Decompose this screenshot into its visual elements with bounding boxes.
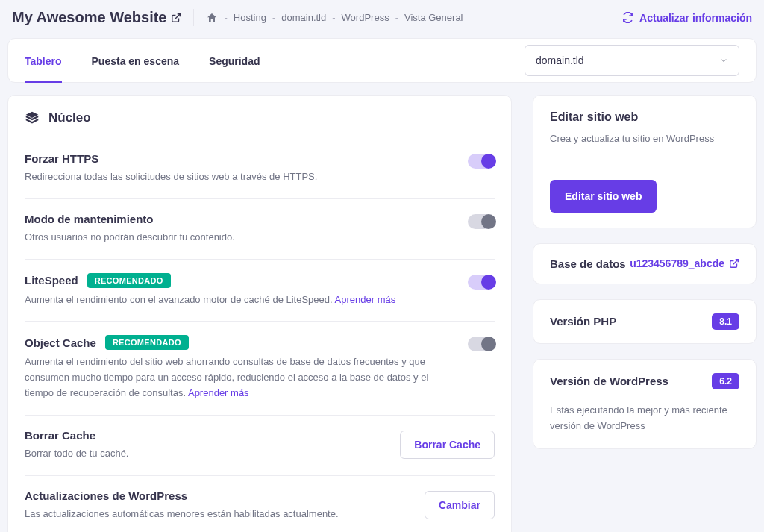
external-link-icon xyxy=(729,258,739,269)
wp-version-value: 6.2 xyxy=(712,373,739,389)
setting-object-cache: Object Cache RECOMENDADO Aumenta el rend… xyxy=(25,322,495,415)
crumb-wordpress[interactable]: WordPress xyxy=(342,12,389,23)
breadcrumb: - Hosting - domain.tld - WordPress - Vis… xyxy=(206,12,463,24)
database-label: Base de datos xyxy=(550,257,626,270)
domain-select-value: domain.tld xyxy=(536,54,584,66)
site-title: My Awesome Website xyxy=(12,9,194,26)
edit-site-button[interactable]: Editar sitio web xyxy=(550,180,657,213)
flush-cache-title: Borrar Cache xyxy=(25,429,388,442)
flush-cache-desc: Borrar todo de tu caché. xyxy=(25,446,388,462)
object-cache-learn-more[interactable]: Aprender más xyxy=(188,387,249,398)
maintenance-title: Modo de mantenimiento xyxy=(25,213,456,225)
litespeed-learn-more[interactable]: Aprender más xyxy=(335,294,396,305)
tab-security[interactable]: Seguridad xyxy=(209,39,260,82)
setting-force-https: Forzar HTTPS Redirecciona todas las soli… xyxy=(25,139,495,199)
home-icon[interactable] xyxy=(206,12,218,24)
layers-icon xyxy=(25,110,40,125)
setting-wp-updates: Actualizaciones de WordPress Las actuali… xyxy=(25,476,495,532)
domain-select[interactable]: domain.tld xyxy=(525,45,739,76)
edit-site-card: Editar sitio web Crea y actualiza tu sit… xyxy=(533,95,757,228)
wp-version-label: Versión de WordPress xyxy=(550,375,668,387)
crumb-domain[interactable]: domain.tld xyxy=(281,12,326,23)
setting-flush-cache: Borrar Cache Borrar todo de tu caché. Bo… xyxy=(25,416,495,476)
recommended-badge: RECOMENDADO xyxy=(87,273,171,288)
php-version-card: Versión PHP 8.1 xyxy=(533,299,757,344)
core-panel: Núcleo Forzar HTTPS Redirecciona todas l… xyxy=(7,95,512,532)
litespeed-toggle[interactable] xyxy=(468,275,495,290)
wp-updates-button[interactable]: Cambiar xyxy=(425,491,495,519)
php-version-label: Versión PHP xyxy=(550,315,616,328)
wp-updates-title: Actualizaciones de WordPress xyxy=(25,489,413,502)
database-value[interactable]: u123456789_abcde xyxy=(630,257,739,269)
svg-line-1 xyxy=(733,260,738,264)
object-cache-title: Object Cache xyxy=(25,337,96,349)
maintenance-desc: Otros usuarios no podrán descubrir tu co… xyxy=(25,230,456,245)
litespeed-desc: Aumenta el rendimiento con el avanzado m… xyxy=(25,294,335,305)
php-version-value: 8.1 xyxy=(712,313,739,330)
external-link-icon[interactable] xyxy=(171,13,181,23)
edit-site-desc: Crea y actualiza tu sitio en WordPress xyxy=(550,131,739,147)
crumb-hosting[interactable]: Hosting xyxy=(234,12,266,23)
site-title-text: My Awesome Website xyxy=(12,9,166,26)
core-title: Núcleo xyxy=(48,110,91,125)
recommended-badge: RECOMENDADO xyxy=(105,335,189,350)
force-https-title: Forzar HTTPS xyxy=(25,152,456,165)
tab-staging[interactable]: Puesta en escena xyxy=(92,39,180,82)
litespeed-title: LiteSpeed xyxy=(25,274,78,287)
flush-cache-button[interactable]: Borrar Cache xyxy=(400,431,495,459)
tabs: Tablero Puesta en escena Seguridad xyxy=(25,39,260,82)
wp-version-desc: Estás ejecutando la mejor y más reciente… xyxy=(533,403,756,449)
object-cache-toggle[interactable] xyxy=(468,337,495,351)
database-card: Base de datos u123456789_abcde xyxy=(533,243,757,284)
svg-line-0 xyxy=(175,13,180,18)
force-https-toggle[interactable] xyxy=(468,154,495,169)
refresh-button[interactable]: Actualizar información xyxy=(622,12,752,24)
edit-site-title: Editar sitio web xyxy=(550,110,739,124)
wp-updates-desc: Las actualizaciones automáticas menores … xyxy=(25,507,413,522)
refresh-label: Actualizar información xyxy=(639,12,752,24)
setting-maintenance: Modo de mantenimiento Otros usuarios no … xyxy=(25,199,495,260)
chevron-down-icon xyxy=(719,56,728,65)
force-https-desc: Redirecciona todas las solicitudes de si… xyxy=(25,169,456,185)
crumb-overview[interactable]: Vista General xyxy=(404,12,463,23)
wp-version-card: Versión de WordPress 6.2 Estás ejecutand… xyxy=(533,359,757,450)
setting-litespeed: LiteSpeed RECOMENDADO Aumenta el rendimi… xyxy=(25,260,495,322)
tab-dashboard[interactable]: Tablero xyxy=(25,39,62,82)
refresh-icon xyxy=(622,12,633,23)
maintenance-toggle[interactable] xyxy=(468,214,495,229)
